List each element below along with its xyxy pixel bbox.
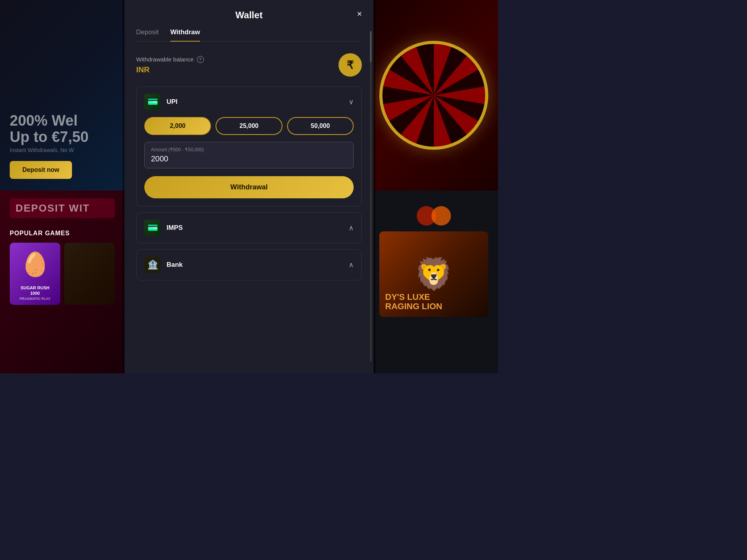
welcome-line1: 200% Wel: [10, 113, 115, 129]
upi-name: UPI: [167, 98, 177, 106]
mc-orange-circle: [431, 206, 451, 226]
deposit-with-banner: DEPOSIT WIT: [10, 198, 115, 218]
sugar-rush-thumb[interactable]: SUGAR RUSH 1000 PRAGMATIC PLAY: [10, 243, 60, 305]
balance-currency: INR: [136, 65, 204, 74]
upi-payment-body: 2,000 25,000 50,000 Amount (₹500 - ₹50,0…: [137, 117, 361, 206]
other-game-thumb[interactable]: [64, 243, 115, 305]
imps-header-left: IMPS: [144, 220, 183, 236]
welcome-line3: Instant Withdrawals, No W: [10, 147, 115, 153]
upi-payment-section: UPI ∨ 2,000 25,000 50,000 Amount (₹500 -…: [136, 86, 362, 206]
help-icon[interactable]: ?: [197, 56, 204, 63]
preset-2000-button[interactable]: 2,000: [144, 117, 211, 135]
tab-deposit[interactable]: Deposit: [136, 28, 159, 42]
balance-section: Withdrawable balance ? INR ₹: [136, 53, 362, 77]
raging-lion-thumb[interactable]: 🦁 DY'S LUXE RAGING LION: [379, 231, 488, 317]
withdrawal-button[interactable]: Withdrawal: [144, 176, 354, 198]
lion-icon: 🦁: [414, 256, 453, 292]
modal-title: Wallet: [235, 10, 263, 21]
preset-25000-button[interactable]: 25,000: [216, 117, 282, 135]
balance-left: Withdrawable balance ? INR: [136, 56, 204, 74]
upi-icon: [144, 94, 161, 110]
modal-header: Wallet ×: [136, 10, 362, 21]
roulette-wheel: [379, 41, 488, 150]
deposit-now-button[interactable]: Deposit now: [10, 161, 72, 179]
amount-input-value[interactable]: 2000: [151, 154, 347, 163]
amount-input-label: Amount (₹500 - ₹50,000): [151, 147, 347, 152]
imps-name: IMPS: [167, 224, 183, 232]
wallet-tabs: Deposit Withdraw: [136, 28, 362, 42]
imps-payment-header[interactable]: IMPS ∧: [137, 213, 361, 243]
close-button[interactable]: ×: [353, 8, 366, 20]
right-bottom-section: 🦁 DY'S LUXE RAGING LION: [370, 191, 498, 373]
game-thumbnails: SUGAR RUSH 1000 PRAGMATIC PLAY: [10, 243, 115, 305]
amount-input-wrapper[interactable]: Amount (₹500 - ₹50,000) 2000: [144, 142, 354, 168]
upi-payment-header[interactable]: UPI ∨: [137, 87, 361, 117]
tab-withdraw[interactable]: Withdraw: [170, 28, 200, 42]
bank-payment-header[interactable]: Bank ∧: [137, 250, 361, 280]
balance-label: Withdrawable balance ?: [136, 56, 204, 63]
sugar-rush-label: SUGAR RUSH 1000 PRAGMATIC PLAY: [19, 285, 51, 301]
deposit-with-section: DEPOSIT WIT POPULAR GAMES SUGAR RUSH 100…: [0, 191, 124, 373]
balance-label-text: Withdrawable balance: [136, 56, 194, 63]
deposit-with-text: DEPOSIT WIT: [16, 202, 90, 214]
upi-header-left: UPI: [144, 94, 177, 110]
background-right: 🦁 DY'S LUXE RAGING LION: [370, 0, 498, 373]
scrollbar-track[interactable]: [370, 31, 372, 362]
background-left: 200% Wel Up to €7,50 Instant Withdrawals…: [0, 0, 124, 373]
roulette-section: [370, 0, 498, 191]
mastercard-logo: [417, 206, 451, 226]
bank-icon: [144, 257, 161, 273]
scrollbar-thumb[interactable]: [370, 31, 372, 62]
lion-game-label: DY'S LUXE RAGING LION: [385, 292, 442, 311]
imps-chevron-up: ∧: [349, 224, 354, 232]
amount-presets: 2,000 25,000 50,000: [144, 117, 354, 135]
bank-payment-section: Bank ∧: [136, 249, 362, 280]
welcome-text: 200% Wel Up to €7,50 Instant Withdrawals…: [10, 113, 115, 153]
imps-icon: [144, 220, 161, 236]
bank-header-left: Bank: [144, 257, 183, 273]
bank-name: Bank: [167, 261, 183, 269]
welcome-line2: Up to €7,50: [10, 129, 115, 145]
bank-chevron-up: ∧: [349, 261, 354, 269]
modal-overlay: Wallet × Deposit Withdraw Withdrawable b…: [123, 0, 375, 373]
promo-banner: 200% Wel Up to €7,50 Instant Withdrawals…: [0, 0, 124, 191]
imps-payment-section: IMPS ∧: [136, 212, 362, 243]
upi-chevron-down: ∨: [349, 98, 354, 106]
popular-games-label: POPULAR GAMES: [10, 230, 115, 237]
wallet-modal: Wallet × Deposit Withdraw Withdrawable b…: [124, 0, 374, 373]
preset-50000-button[interactable]: 50,000: [287, 117, 354, 135]
popular-games-section: POPULAR GAMES SUGAR RUSH 1000 PRAGMATIC …: [10, 218, 115, 305]
rupee-icon: ₹: [338, 53, 362, 77]
